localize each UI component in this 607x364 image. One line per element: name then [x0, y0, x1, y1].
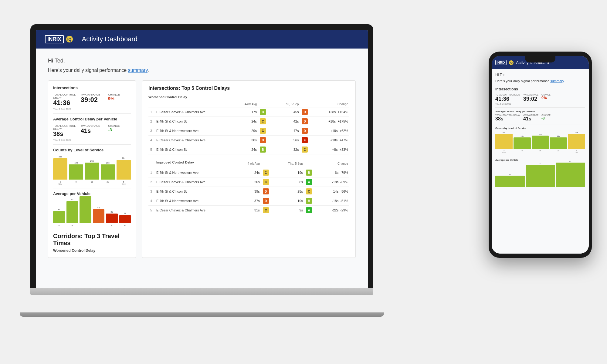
logo-iq: IQ — [66, 36, 73, 42]
row-cur-val: 42s — [273, 117, 300, 126]
grade-badge: B — [306, 198, 312, 204]
phone-summary: Here's your daily signal performance sum… — [495, 79, 585, 83]
table-row: 5 E 4th St & Chicon St 24s B 32s C +8s +… — [148, 145, 349, 154]
phone-bar-3: 22s — [532, 133, 549, 149]
th-name — [154, 101, 235, 107]
phone-avg-bar-B: 73 — [526, 163, 555, 187]
bar-3 — [85, 163, 99, 180]
axis-5: 5 — [117, 181, 131, 183]
axis-group-dec: Dec — [117, 183, 131, 185]
row-cur-grade: A — [304, 177, 319, 187]
row-avg-grade: B — [258, 145, 273, 154]
avg-axis-B: B — [66, 224, 78, 227]
phone-bar-5: 26s — [568, 132, 585, 149]
row-name: E 4th St & Chicon St — [154, 187, 237, 196]
table-header-row: 4-wk Avg Thu, 5 Sep Change — [148, 101, 349, 107]
metrics-row-1: Total Control Delay 41:36 4wk Average 39… — [53, 93, 131, 106]
phone-change-pv-value: -3 — [541, 116, 551, 120]
bar-group-4: 19s — [101, 162, 115, 180]
scene: INRIX IQ Activity Dashboard Hi Ted, Here… — [15, 15, 592, 349]
row-cur-grade: A — [304, 206, 319, 215]
table-row: 1 E 7th St & Northwestern Ave 24s C 19s … — [148, 168, 349, 177]
phone-avg-value: 39:02 — [523, 96, 538, 102]
laptop: INRIX IQ Activity Dashboard Hi Ted, Here… — [30, 24, 373, 343]
corridors-title: Corridors: Top 3 Travel Times — [53, 233, 131, 247]
phone-divider-1 — [495, 107, 585, 108]
bar-1 — [53, 158, 67, 180]
summary-prefix: Here's your daily signal performance — [48, 68, 128, 73]
avg-axis-F: F — [119, 224, 131, 227]
row-avg-val: 29s — [235, 126, 258, 136]
row-name: E Cezar Chavez & Chalmers Ave — [154, 206, 237, 215]
th-grade1 — [258, 101, 273, 107]
grade-badge: C — [263, 207, 269, 213]
row-num: 3 — [148, 126, 154, 136]
laptop-foot — [20, 312, 384, 317]
avg-axis-E: E — [106, 224, 118, 227]
axis-group-row: Nov Dec — [53, 183, 131, 185]
row-avg-grade: C — [261, 168, 276, 177]
row-num: 4 — [148, 196, 154, 206]
laptop-screen-outer: INRIX IQ Activity Dashboard Hi Ted, Here… — [30, 24, 373, 288]
logo-text: INRIX — [45, 35, 64, 43]
avg-weekly-value: 39:02 — [81, 96, 103, 103]
bar-group-5: 26s — [117, 157, 131, 180]
ih-grade2 — [304, 159, 319, 168]
row-cur-val: 9s — [276, 206, 304, 215]
row-change: -6s -79% — [319, 168, 349, 177]
avg-bar-label-A: 37 — [58, 208, 60, 211]
row-name: E Cezar Chavez & Chalmers Ave — [154, 177, 237, 187]
phone-total-label: Total Control Delay — [495, 94, 520, 96]
summary-end: . — [148, 68, 149, 73]
change-label: Change — [108, 93, 131, 96]
bar-5 — [117, 160, 131, 180]
bar-group-3: 25s — [85, 160, 99, 180]
row-cur-grade: B — [304, 196, 319, 206]
row-cur-grade: B — [304, 168, 319, 177]
grade-badge: C — [260, 128, 266, 134]
phone-divider-3 — [495, 156, 585, 156]
bar-label-2: 19s — [74, 162, 78, 164]
change-block: Change 9% — [108, 93, 131, 106]
phone-summary-link[interactable]: summary — [550, 79, 564, 83]
worsened-tbody: 1 E Cezar Chavez & Chalmers Ave 17s B 45… — [148, 107, 349, 154]
avg-pv-label: 4wk Average — [81, 124, 103, 127]
row-cur-grade: D — [300, 126, 315, 136]
improved-header-table: Improved Control Delay 4-wk Avg Thu, 5 S… — [148, 159, 349, 215]
phone-change: Change 9% — [541, 94, 551, 102]
phone-notch — [525, 56, 555, 62]
improved-tbody: 1 E 7th St & Northwestern Ave 24s C 19s … — [148, 168, 349, 215]
phone-divider-2 — [495, 124, 585, 124]
row-cur-grade: C — [304, 187, 319, 196]
counts-chart-section: Counts by Level of Service 39s 19s — [53, 148, 131, 185]
phone-logo-text: INRIX — [495, 60, 507, 65]
avg-bar-E: 32 — [106, 211, 118, 223]
axis-3: 16 — [85, 181, 99, 183]
row-avg-val: 31s — [237, 206, 261, 215]
row-cur-val: 56s — [273, 136, 300, 145]
metrics-row-2: Total Control Delay 38s 4wk Average 41s … — [53, 124, 131, 137]
phone-date1: Thu, 5 Dec 2020 — [495, 103, 585, 105]
row-name: E 7th St & Northwestern Ave — [154, 168, 237, 177]
row-cur-val: 32s — [273, 145, 300, 154]
avg-bar-val-D — [93, 209, 105, 223]
row-change: +8s +33% — [315, 145, 349, 154]
avg-bar-val-C — [80, 196, 91, 223]
avg-weekly: 4wk Average 39:02 — [81, 93, 103, 106]
app-header: INRIX IQ Activity Dashboard — [36, 30, 368, 49]
axis-group-empty3 — [101, 183, 115, 185]
divider-1 — [53, 113, 131, 114]
grade-badge: D — [302, 109, 308, 115]
row-cur-grade: D — [300, 107, 315, 117]
phone-avg-weekly: 4wk Average 39:02 — [523, 94, 538, 102]
phone-avg-pv-title: Average Control Delay per Vehicle — [495, 110, 585, 113]
table-row: 5 E Cezar Chavez & Chalmers Ave 31s C 9s… — [148, 206, 349, 215]
row-name: E 4th St & Chicon St — [154, 117, 235, 126]
summary-link[interactable]: summary — [128, 68, 148, 73]
phone-avg-pv: 4wk Average 41s — [523, 114, 538, 122]
total-per-vehicle: Total Control Delay 38s — [53, 124, 76, 137]
bar-label-1: 39s — [59, 156, 62, 158]
table-row: 2 E Cezar Chavez & Chalmers Ave 26s C 8s… — [148, 177, 349, 187]
avg-bar-label-D: 46 — [97, 207, 100, 209]
row-cur-val: 45s — [273, 107, 300, 117]
